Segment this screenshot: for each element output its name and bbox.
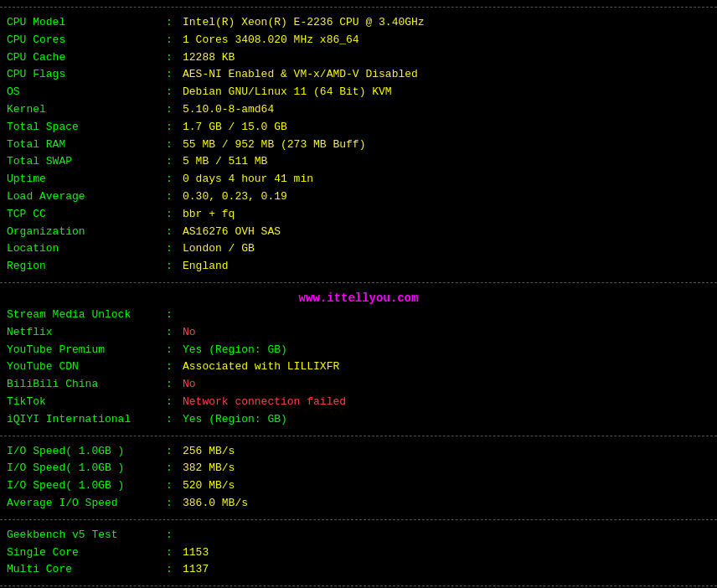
cpu-flags-value: AES-NI Enabled & VM-x/AMD-V Disabled xyxy=(183,66,418,84)
colon: : xyxy=(166,561,183,579)
table-row: iQIYI International : Yes (Region: GB) xyxy=(7,411,710,429)
table-row: Netflix : No xyxy=(7,324,710,342)
colon: : xyxy=(166,224,183,241)
cpu-flags-label: CPU Flags xyxy=(7,66,166,84)
avg-io-speed-value: 386.0 MB/s xyxy=(183,495,248,513)
bottom-divider xyxy=(0,585,717,586)
io-speed-1-label: I/O Speed( 1.0GB ) xyxy=(7,443,166,461)
media-section: www.ittellyou.com Stream Media Unlock : … xyxy=(0,286,717,432)
table-row: I/O Speed( 1.0GB ) : 382 MB/s xyxy=(7,460,710,477)
netflix-value: No xyxy=(183,324,196,342)
cpu-cores-label: CPU Cores xyxy=(7,32,166,49)
table-row: Total SWAP : 5 MB / 511 MB xyxy=(7,153,710,171)
table-row: YouTube CDN : Associated with LILLIXFR xyxy=(7,358,710,376)
colon: : xyxy=(166,376,183,394)
colon: : xyxy=(166,66,183,84)
colon: : xyxy=(166,411,183,429)
total-ram-label: Total RAM xyxy=(7,137,166,154)
divider-2 xyxy=(0,282,717,283)
colon: : xyxy=(166,101,183,119)
stream-media-label: Stream Media Unlock xyxy=(7,307,166,324)
table-row: Multi Core : 1137 xyxy=(7,561,710,579)
os-label: OS xyxy=(7,84,166,101)
total-ram-value: 55 MB / 952 MB (273 MB Buff) xyxy=(183,137,365,154)
colon: : xyxy=(166,49,183,67)
tiktok-value: Network connection failed xyxy=(183,394,346,411)
colon: : xyxy=(166,307,183,324)
table-row: CPU Cores : 1 Cores 3408.020 MHz x86_64 xyxy=(7,32,710,49)
region-value: England xyxy=(183,258,229,276)
colon: : xyxy=(166,171,183,188)
tcp-cc-label: TCP CC xyxy=(7,206,166,224)
total-swap-label: Total SWAP xyxy=(7,153,166,171)
table-row: I/O Speed( 1.0GB ) : 256 MB/s xyxy=(7,443,710,461)
table-row: Organization : AS16276 OVH SAS xyxy=(7,224,710,241)
multi-core-label: Multi Core xyxy=(7,561,166,579)
table-row: Location : London / GB xyxy=(7,240,710,258)
table-row: I/O Speed( 1.0GB ) : 520 MB/s xyxy=(7,477,710,495)
colon: : xyxy=(166,460,183,477)
youtube-cdn-label: YouTube CDN xyxy=(7,358,166,376)
colon: : xyxy=(166,527,183,544)
netflix-label: Netflix xyxy=(7,324,166,342)
table-row: CPU Cache : 12288 KB xyxy=(7,49,710,67)
colon: : xyxy=(166,324,183,342)
geekbench-section: Geekbench v5 Test : Single Core : 1153 M… xyxy=(0,524,717,582)
organization-value: AS16276 OVH SAS xyxy=(183,224,281,241)
table-row: YouTube Premium : Yes (Region: GB) xyxy=(7,342,710,359)
website-banner: www.ittellyou.com xyxy=(7,290,710,307)
table-row: Kernel : 5.10.0-8-amd64 xyxy=(7,101,710,119)
io-speed-3-value: 520 MB/s xyxy=(183,477,235,495)
io-section: I/O Speed( 1.0GB ) : 256 MB/s I/O Speed(… xyxy=(0,440,717,516)
tiktok-label: TikTok xyxy=(7,394,166,411)
location-value: London / GB xyxy=(183,240,255,258)
table-row: Stream Media Unlock : xyxy=(7,307,710,324)
colon: : xyxy=(166,544,183,562)
colon: : xyxy=(166,153,183,171)
colon: : xyxy=(166,188,183,206)
region-label: Region xyxy=(7,258,166,276)
table-row: Geekbench v5 Test : xyxy=(7,527,710,544)
colon: : xyxy=(166,443,183,461)
kernel-label: Kernel xyxy=(7,101,166,119)
colon: : xyxy=(166,84,183,101)
table-row: Total RAM : 55 MB / 952 MB (273 MB Buff) xyxy=(7,137,710,154)
table-row: Average I/O Speed : 386.0 MB/s xyxy=(7,495,710,513)
divider-3 xyxy=(0,436,717,436)
os-value: Debian GNU/Linux 11 (64 Bit) KVM xyxy=(183,84,392,101)
table-row: TCP CC : bbr + fq xyxy=(7,206,710,224)
location-label: Location xyxy=(7,240,166,258)
table-row: OS : Debian GNU/Linux 11 (64 Bit) KVM xyxy=(7,84,710,101)
single-core-value: 1153 xyxy=(183,544,209,562)
io-speed-2-value: 382 MB/s xyxy=(183,460,235,477)
colon: : xyxy=(166,258,183,276)
cpu-model-value: Intel(R) Xeon(R) E-2236 CPU @ 3.40GHz xyxy=(183,14,425,32)
total-space-label: Total Space xyxy=(7,119,166,137)
iqiyi-label: iQIYI International xyxy=(7,411,166,429)
geekbench-test-label: Geekbench v5 Test xyxy=(7,527,166,544)
table-row: BiliBili China : No xyxy=(7,376,710,394)
cpu-model-label: CPU Model xyxy=(7,14,166,32)
colon: : xyxy=(166,477,183,495)
cpu-cores-value: 1 Cores 3408.020 MHz x86_64 xyxy=(183,32,359,49)
system-section: CPU Model : Intel(R) Xeon(R) E-2236 CPU … xyxy=(0,11,717,279)
table-row: CPU Model : Intel(R) Xeon(R) E-2236 CPU … xyxy=(7,14,710,32)
cpu-cache-label: CPU Cache xyxy=(7,49,166,67)
table-row: Load Average : 0.30, 0.23, 0.19 xyxy=(7,188,710,206)
divider-4 xyxy=(0,519,717,520)
cpu-cache-value: 12288 KB xyxy=(183,49,235,67)
kernel-value: 5.10.0-8-amd64 xyxy=(183,101,274,119)
tcp-cc-value: bbr + fq xyxy=(183,206,235,224)
table-row: Single Core : 1153 xyxy=(7,544,710,562)
youtube-premium-label: YouTube Premium xyxy=(7,342,166,359)
uptime-value: 0 days 4 hour 41 min xyxy=(183,171,313,188)
colon: : xyxy=(166,119,183,137)
single-core-label: Single Core xyxy=(7,544,166,562)
load-average-label: Load Average xyxy=(7,188,166,206)
organization-label: Organization xyxy=(7,224,166,241)
colon: : xyxy=(166,495,183,513)
table-row: Uptime : 0 days 4 hour 41 min xyxy=(7,171,710,188)
table-row: CPU Flags : AES-NI Enabled & VM-x/AMD-V … xyxy=(7,66,710,84)
load-average-value: 0.30, 0.23, 0.19 xyxy=(183,188,287,206)
colon: : xyxy=(166,240,183,258)
